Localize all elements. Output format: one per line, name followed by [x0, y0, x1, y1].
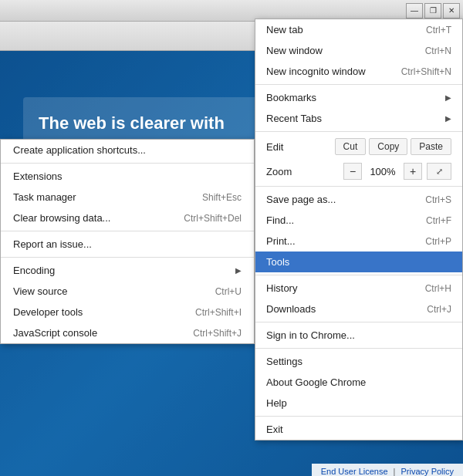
tools-submenu: Create application shortcuts... Extensio… [0, 139, 255, 344]
menu-save-page-shortcut: Ctrl+S [425, 194, 451, 205]
menu-new-window[interactable]: New window Ctrl+N [255, 40, 462, 61]
submenu-report-issue-label: Report an issue... [13, 238, 92, 250]
menu-sign-in-label: Sign in to Chrome... [266, 329, 355, 341]
menu-recent-tabs-label: Recent Tabs [266, 113, 322, 124]
menu-new-tab[interactable]: New tab Ctrl+T [255, 19, 462, 40]
zoom-in-button[interactable]: + [404, 163, 422, 180]
menu-about-label: About Google Chrome [266, 376, 366, 388]
cut-button[interactable]: Cut [335, 138, 367, 155]
submenu-extensions[interactable]: Extensions [1, 166, 254, 187]
menu-help-label: Help [266, 397, 287, 409]
menu-print-shortcut: Ctrl+P [425, 236, 451, 247]
menu-exit-label: Exit [266, 424, 283, 435]
main-menu: New tab Ctrl+T New window Ctrl+N New inc… [255, 19, 463, 441]
menu-divider-7 [255, 416, 462, 417]
menu-exit[interactable]: Exit [255, 419, 462, 440]
menu-history-label: History [266, 282, 297, 294]
submenu-divider-1 [1, 163, 254, 164]
menu-bookmarks-arrow: ▶ [445, 93, 451, 102]
submenu-js-console-label: JavaScript console [13, 327, 97, 339]
privacy-policy-link[interactable]: Privacy Policy [401, 467, 454, 476]
window-controls: — ❐ ✕ [406, 3, 460, 19]
menu-history-shortcut: Ctrl+H [425, 283, 451, 294]
submenu-create-shortcuts-label: Create application shortcuts... [13, 144, 146, 156]
submenu-view-source-shortcut: Ctrl+U [215, 286, 242, 297]
menu-bookmarks-label: Bookmarks [266, 92, 316, 103]
submenu-js-console[interactable]: JavaScript console Ctrl+Shift+J [1, 322, 254, 343]
menu-new-tab-label: New tab [266, 24, 303, 35]
menu-new-window-label: New window [266, 45, 323, 56]
menu-tools-label: Tools [266, 256, 289, 268]
submenu-task-manager[interactable]: Task manager Shift+Esc [1, 187, 254, 208]
submenu-task-manager-label: Task manager [13, 191, 76, 203]
submenu-divider-2 [1, 231, 254, 231]
submenu-clear-data-shortcut: Ctrl+Shift+Del [184, 213, 242, 224]
submenu-task-manager-shortcut: Shift+Esc [202, 192, 242, 203]
submenu-clear-data[interactable]: Clear browsing data... Ctrl+Shift+Del [1, 208, 254, 228]
submenu-developer-tools-label: Developer tools [13, 306, 83, 318]
submenu-extensions-label: Extensions [13, 170, 63, 182]
menu-new-tab-shortcut: Ctrl+T [426, 25, 451, 35]
edit-row: Edit Cut Copy Paste [255, 134, 462, 159]
submenu-encoding-arrow: ▶ [235, 266, 242, 275]
submenu-view-source[interactable]: View source Ctrl+U [1, 281, 254, 302]
menu-new-incognito-label: New incognito window [266, 66, 366, 77]
edit-label: Edit [266, 141, 332, 153]
menu-about[interactable]: About Google Chrome [255, 372, 462, 393]
end-user-license-link[interactable]: End User License [321, 467, 388, 476]
menu-tools[interactable]: Tools [255, 252, 462, 272]
menu-divider-6 [255, 348, 462, 349]
minimize-button[interactable]: — [406, 3, 423, 19]
menu-history[interactable]: History Ctrl+H [255, 278, 462, 299]
submenu-developer-tools[interactable]: Developer tools Ctrl+Shift+I [1, 302, 254, 322]
footer-bar: End User License | Privacy Policy [312, 464, 463, 476]
menu-new-incognito[interactable]: New incognito window Ctrl+Shift+N [255, 61, 462, 82]
submenu-report-issue[interactable]: Report an issue... [1, 234, 254, 255]
submenu-clear-data-label: Clear browsing data... [13, 212, 110, 224]
menu-divider-5 [255, 322, 462, 322]
menu-new-window-shortcut: Ctrl+N [425, 46, 451, 56]
menu-divider-3 [255, 186, 462, 187]
menu-downloads-shortcut: Ctrl+J [427, 304, 451, 315]
zoom-fullscreen-button[interactable]: ⤢ [427, 163, 451, 180]
menu-find-label: Find... [266, 214, 294, 226]
footer-separator: | [394, 467, 396, 476]
maximize-button[interactable]: ❐ [424, 3, 441, 19]
menu-recent-tabs[interactable]: Recent Tabs ▶ [255, 108, 462, 129]
zoom-row: Zoom − 100% + ⤢ [255, 159, 462, 184]
menu-recent-tabs-arrow: ▶ [445, 114, 451, 123]
copy-button[interactable]: Copy [369, 138, 407, 155]
menu-downloads-label: Downloads [266, 303, 316, 315]
menu-divider-4 [255, 275, 462, 275]
submenu-divider-3 [1, 257, 254, 258]
menu-sign-in[interactable]: Sign in to Chrome... [255, 325, 462, 346]
zoom-out-button[interactable]: − [343, 163, 362, 180]
menu-divider-2 [255, 131, 462, 132]
submenu-js-console-shortcut: Ctrl+Shift+J [193, 328, 242, 339]
paste-button[interactable]: Paste [411, 138, 451, 155]
menu-find-shortcut: Ctrl+F [426, 215, 451, 226]
zoom-label: Zoom [266, 166, 339, 177]
menu-help[interactable]: Help [255, 393, 462, 414]
menu-settings-label: Settings [266, 356, 302, 367]
submenu-create-shortcuts[interactable]: Create application shortcuts... [1, 140, 254, 160]
zoom-value: 100% [367, 166, 399, 177]
menu-save-page[interactable]: Save page as... Ctrl+S [255, 189, 462, 210]
menu-find[interactable]: Find... Ctrl+F [255, 210, 462, 231]
menu-new-incognito-shortcut: Ctrl+Shift+N [401, 66, 451, 77]
menu-print[interactable]: Print... Ctrl+P [255, 231, 462, 252]
close-button[interactable]: ✕ [443, 3, 460, 19]
submenu-dev-tools-shortcut: Ctrl+Shift+I [195, 307, 242, 318]
menu-divider-1 [255, 84, 462, 85]
submenu-encoding-label: Encoding [13, 265, 55, 276]
menu-bookmarks[interactable]: Bookmarks ▶ [255, 87, 462, 108]
menu-print-label: Print... [266, 235, 296, 247]
menu-settings[interactable]: Settings [255, 351, 462, 372]
menu-save-page-label: Save page as... [266, 194, 336, 205]
submenu-encoding[interactable]: Encoding ▶ [1, 260, 254, 281]
submenu-view-source-label: View source [13, 285, 68, 297]
menu-downloads[interactable]: Downloads Ctrl+J [255, 299, 462, 319]
